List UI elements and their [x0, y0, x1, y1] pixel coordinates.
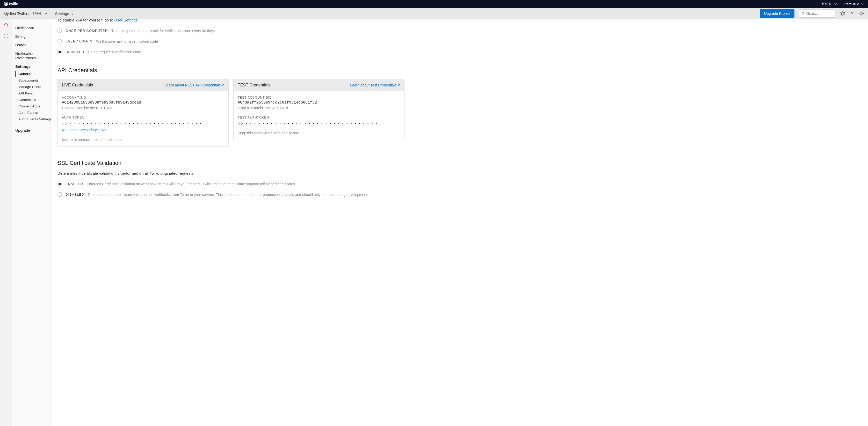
subnav-api-keys[interactable]: API Keys	[15, 90, 52, 97]
radio-icon[interactable]	[58, 50, 62, 54]
subnav-audit-events[interactable]: Audit Events	[15, 109, 52, 116]
live-sid-label: ACCOUNT SID	[62, 96, 224, 99]
svg-point-3	[5, 4, 6, 5]
radio-desc: Trust computers and only ask for verific…	[111, 29, 215, 33]
sidebar-item-upgrade[interactable]: Upgrade	[15, 126, 52, 135]
live-token-label: AUTH TOKEN	[62, 116, 224, 119]
twilio-logo[interactable]: twilio	[4, 2, 22, 6]
sidebar-item-notifications[interactable]: Notification Preferences	[15, 49, 52, 62]
twofa-option-once[interactable]: ONCE PER COMPUTER Trust computers and on…	[58, 29, 404, 33]
svg-text:twilio: twilio	[9, 2, 19, 6]
radio-label: DISABLED	[65, 193, 84, 196]
twofa-hint: To enable 2FA for yourself, go to User S…	[58, 20, 404, 22]
external-link-icon	[398, 84, 400, 87]
subnav-subaccounts[interactable]: Subaccounts	[15, 77, 52, 84]
radio-label: DISABLED	[65, 50, 84, 54]
radio-desc: Enforces Certificate Validation on webho…	[87, 182, 296, 186]
breadcrumb-sep: /	[72, 11, 73, 16]
svg-line-24	[860, 14, 861, 15]
docs-link[interactable]: DOCS	[820, 2, 837, 6]
svg-line-10	[844, 12, 845, 13]
search-input[interactable]	[806, 11, 833, 15]
learn-rest-link[interactable]: Learn about REST API Credentials	[165, 83, 224, 87]
topbar: twilio DOCS Rafal Kuc	[0, 0, 868, 8]
user-settings-link[interactable]: User Settings	[114, 20, 137, 22]
twofa-option-every[interactable]: EVERY LOG-IN We'll always ask for a veri…	[58, 39, 404, 43]
gear-icon[interactable]	[859, 11, 864, 16]
subnav-manage-users[interactable]: Manage Users	[15, 84, 52, 90]
svg-line-23	[863, 14, 863, 15]
svg-point-0	[4, 2, 8, 6]
radio-desc: We'll always ask for a verification code	[96, 39, 158, 43]
trial-badge: TRIAL	[33, 12, 42, 15]
radio-icon[interactable]	[58, 29, 62, 33]
home-icon[interactable]	[3, 23, 8, 28]
svg-line-13	[841, 14, 841, 15]
live-sid-help: Used to exercise the REST API	[62, 106, 224, 110]
user-name: Rafal Kuc	[844, 2, 859, 6]
breadcrumb-root[interactable]: Settings	[55, 11, 69, 16]
subnav-credentials[interactable]: Credentials	[15, 97, 52, 103]
radio-icon[interactable]	[58, 192, 62, 197]
svg-point-30	[64, 123, 65, 124]
subbar: My first Twilio... TRIAL Settings / Upgr…	[0, 8, 868, 20]
radio-icon[interactable]	[58, 39, 62, 43]
help-icon[interactable]: ?	[850, 11, 855, 16]
radio-icon[interactable]	[58, 182, 62, 186]
learn-test-link[interactable]: Learn about Test Credentials	[350, 83, 400, 87]
subnav-connect-apps[interactable]: Connect Apps	[15, 103, 52, 109]
sidebar-item-usage[interactable]: Usage	[15, 41, 52, 49]
live-card-title: LIVE Credentials	[62, 83, 93, 88]
eye-icon[interactable]	[62, 122, 67, 125]
sidebar-item-dashboard[interactable]: Dashboard	[15, 24, 52, 32]
live-safe-note: Keep this somewhere safe and secure	[62, 138, 224, 142]
radio-desc: Do not require a verification code	[88, 50, 141, 54]
chevron-down-icon[interactable]	[44, 12, 48, 14]
radio-label: EVERY LOG-IN	[65, 39, 92, 43]
test-safe-note: Keep this somewhere safe and secure	[238, 131, 400, 135]
test-card-title: TEST Credentials	[238, 83, 270, 88]
twofa-option-disabled[interactable]: DISABLED Do not require a verification c…	[58, 50, 404, 54]
svg-point-8	[841, 12, 844, 15]
svg-point-28	[6, 36, 6, 36]
svg-point-31	[240, 123, 241, 124]
svg-point-6	[802, 12, 804, 14]
test-sid-help: Used to exercise the REST API	[238, 106, 400, 110]
test-sid-value[interactable]: AC43a2ff2550e94cc2c0ef9314c6081f52	[238, 100, 400, 105]
svg-point-27	[5, 36, 5, 36]
live-token-masked: • • • • • • • • • • • • • • • • • • • • …	[70, 121, 202, 125]
secondary-token-link[interactable]: Request a Secondary Token	[62, 128, 107, 132]
main-content: To enable 2FA for yourself, go to User S…	[52, 20, 868, 426]
more-icon[interactable]	[3, 33, 8, 39]
settings-subnav: General Subaccounts Manage Users API Key…	[15, 71, 52, 123]
radio-label: ENABLED	[65, 182, 83, 186]
subnav-general[interactable]: General	[15, 71, 52, 77]
external-link-icon	[222, 84, 224, 87]
ssl-option-enabled[interactable]: ENABLED Enforces Certificate Validation …	[58, 182, 404, 186]
sidebar-item-settings[interactable]: Settings	[15, 62, 52, 71]
svg-point-29	[7, 36, 7, 36]
chevron-down-icon	[834, 3, 837, 5]
api-credentials-title: API Credentials	[58, 67, 404, 74]
svg-line-9	[841, 12, 841, 13]
project-name: My first Twilio...	[4, 11, 30, 16]
debug-icon[interactable]	[840, 11, 845, 16]
chevron-down-icon	[862, 3, 864, 5]
left-rail	[0, 20, 12, 426]
svg-line-25	[863, 12, 863, 12]
live-sid-value[interactable]: AC1423081633e988feb9bd5fb9a43dccad	[62, 100, 224, 105]
ssl-option-disabled[interactable]: DISABLED Does not enforce certificate va…	[58, 192, 404, 197]
radio-desc: Does not enforce certificate validation …	[88, 193, 368, 197]
sidebar-item-billing[interactable]: Billing	[15, 32, 52, 41]
search-box[interactable]	[799, 9, 835, 18]
user-menu[interactable]: Rafal Kuc	[844, 2, 864, 6]
test-sid-label: TEST ACCOUNT SID	[238, 96, 400, 99]
eye-icon[interactable]	[238, 122, 243, 125]
subnav-audit-settings[interactable]: Audit Events Settings	[15, 116, 52, 123]
upgrade-project-button[interactable]: Upgrade Project	[760, 9, 795, 18]
sidebar: Dashboard Billing Usage Notification Pre…	[12, 20, 52, 426]
test-token-masked: • • • • • • • • • • • • • • • • • • • • …	[246, 121, 378, 125]
search-icon	[801, 12, 805, 15]
test-token-label: TEST AUTHTOKEN	[238, 116, 400, 119]
svg-point-1	[5, 3, 6, 4]
